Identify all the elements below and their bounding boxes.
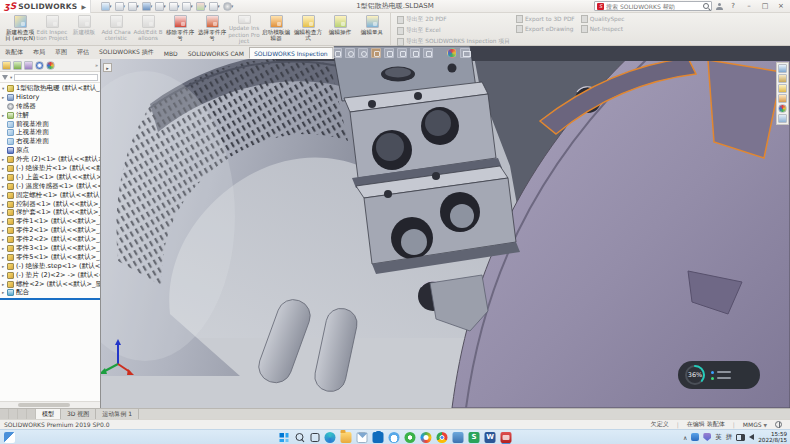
tree-item-row[interactable]: ▸ 零件2<2> (默认<<默认>_显示状态 [0,235,100,244]
close-button[interactable]: × [775,2,787,10]
units-selector[interactable]: MMGS ▼ [743,421,767,428]
manager-tab-icon[interactable] [13,61,22,70]
tree-item-row[interactable]: ▸ 原点 [0,146,100,155]
command-tab[interactable]: SOLIDWORKS Inspection [249,47,333,59]
export-menu-item[interactable]: Export to 3D PDF [516,15,575,23]
performance-overlay[interactable]: 36% [678,361,760,389]
help-search-box[interactable]: S [594,1,712,11]
tree-item-row[interactable]: ▸ (-) 绝缘垫片<1> (默认<<默认>_显 [0,164,100,173]
taskbar-app-icon[interactable] [357,432,368,443]
heads-up-icon[interactable] [384,48,394,58]
restore-button[interactable]: □ [759,2,771,10]
panel-horizontal-scrollbar[interactable] [0,401,100,408]
manager-tab-icon[interactable] [2,61,11,70]
ime-language-indicator[interactable]: 英 [715,433,722,442]
filter-caret-icon[interactable]: ▾ [10,75,12,80]
help-search-input[interactable] [606,3,701,10]
command-tab[interactable]: SOLIDWORKS CAM [183,47,249,59]
tab-scroll-button[interactable] [9,409,18,419]
help-button[interactable]: ? [727,2,739,10]
model-view-tab[interactable]: 模型 [36,409,61,419]
tree-item-row[interactable]: ▸ 固定螺栓<1> (默认<<默认>_显示 [0,191,100,200]
quick-access-icon[interactable] [182,2,191,11]
minimize-button[interactable]: – [743,2,755,10]
tree-item-row[interactable]: ▸ 零件1<1> (默认<<默认>_显示状态 [0,217,100,226]
tree-item-row[interactable]: ▸ 控制器<1> (默认<<默认>_显示状 [0,200,100,209]
tree-item-row[interactable]: ▸ 零件3<1> (默认<<默认>_显示状态 [0,244,100,253]
heads-up-icon[interactable] [332,48,342,58]
menu-expand-icon[interactable]: ▶ [81,3,86,10]
taskbar-app-icon[interactable]: S [469,432,480,443]
taskbar-app-icon[interactable] [325,432,336,443]
quick-access-icon[interactable] [196,2,205,11]
featuremanager-flyout-button[interactable]: ▸ [103,63,112,72]
taskbar-app-icon[interactable]: W [485,432,496,443]
tree-item-row[interactable]: ▸ 传感器 [0,102,100,111]
heads-up-icon[interactable] [423,48,433,58]
web-help-globe-icon[interactable] [775,421,782,428]
heads-up-icon[interactable] [397,48,407,58]
ribbon-button[interactable]: 选择零件序号 [196,14,228,44]
tab-scroll-button[interactable] [27,409,36,419]
task-pane-tab-icon[interactable] [778,64,787,73]
export-menu-item[interactable]: Net-Inspect [581,25,625,33]
export-menu-item[interactable]: 导出至 Excel [397,26,510,35]
taskbar-app-icon[interactable] [341,432,352,443]
task-pane-tab-icon[interactable] [778,94,787,103]
tree-item-row[interactable]: ▸ 外壳 (2)<1> (默认<<默认>_显示状 [0,155,100,164]
taskbar-app-icon[interactable] [421,432,432,443]
tray-chevron-icon[interactable]: ∧ [683,434,687,441]
ribbon-button[interactable]: Add/Edit Balloons [132,14,164,44]
tree-item-row[interactable]: ▸ 前视基准面 [0,120,100,129]
tree-item-row[interactable]: ▸ (-) 上盖<1> (默认<<默认>_显示状 [0,173,100,182]
command-tab[interactable]: 评估 [72,45,94,59]
tree-root-row[interactable]: ▾ 1型铝散热电暖 (默认<默认_显示状态>-1 [0,84,100,93]
ribbon-button[interactable]: 编辑量具 [356,14,388,44]
tray-shield-icon[interactable] [703,433,711,441]
quick-access-icon[interactable] [128,2,137,11]
command-tab[interactable]: 布局 [28,45,50,59]
heads-up-icon[interactable] [460,48,470,58]
ribbon-button[interactable]: 新建模板 [68,14,100,44]
tree-item-row[interactable]: ▸ 配合 [0,288,100,297]
tree-item-row[interactable]: ▸ 零件5<1> (默认<<默认>_显示状态 [0,253,100,262]
task-pane-tab-icon[interactable] [778,104,787,113]
heads-up-icon[interactable] [371,48,381,58]
model-view-tab[interactable]: 3D 视图 [61,409,96,419]
quick-access-icon[interactable] [142,2,151,11]
model-view-tab[interactable]: 运动算例 1 [96,409,139,419]
tree-item-row[interactable]: ▸ 右视基准面 [0,137,100,146]
heads-up-icon[interactable] [358,48,368,58]
command-tab[interactable]: SOLIDWORKS 插件 [94,45,159,59]
taskbar-app-icon[interactable] [279,432,290,443]
ribbon-button[interactable]: 新建检查项目 (amp;N) [4,14,36,44]
tree-filter-input[interactable] [14,74,98,81]
export-menu-item[interactable]: QualitySpec [581,15,625,23]
tree-item-row[interactable]: ▸ 螺栓<2> (默认<<默认>_显示状态 [0,280,100,289]
taskbar-app-icon[interactable] [453,432,464,443]
heads-up-icon[interactable] [447,48,457,58]
export-menu-item[interactable]: Export eDrawing [516,25,575,33]
tree-item-row[interactable]: ▸ History [0,93,100,102]
quick-access-icon[interactable] [155,2,164,11]
quick-access-icon[interactable] [169,2,178,11]
manager-tab-icon[interactable] [24,61,33,70]
ribbon-button[interactable]: Update Inspection Project [228,14,260,44]
manager-tab-icon[interactable] [46,61,55,70]
solidworks-menu-button[interactable]: ʒS SOLIDWORKS ▶ [0,0,91,13]
task-pane-tab-icon[interactable] [778,114,787,123]
tree-item-row[interactable]: ▸ 上视基准面 [0,128,100,137]
tree-item-row[interactable]: ▸ (-) 垫片 (2)<2> -> (默认<<默认> [0,271,100,280]
taskbar-app-icon[interactable] [437,432,448,443]
taskbar-clock[interactable]: 15:59 2022/8/15 [758,431,787,444]
tree-item-row[interactable]: ▸ (-) 绝缘垫.step<1> (默认<<默认> [0,262,100,271]
task-pane-tab-icon[interactable] [778,74,787,83]
taskbar-app-icon[interactable] [311,433,320,442]
tree-item-row[interactable]: ▸ 保护套<1> (默认<<默认>_显示状 [0,208,100,217]
command-tab[interactable]: 装配体 [0,45,28,59]
export-menu-item[interactable]: 导出至 SOLIDWORKS Inspection 项目 [397,37,510,46]
filter-funnel-icon[interactable] [2,75,8,80]
manager-tab-icon[interactable] [35,61,44,70]
manager-tabs-overflow-icon[interactable]: » [95,62,98,68]
taskbar-app-icon[interactable] [405,432,416,443]
